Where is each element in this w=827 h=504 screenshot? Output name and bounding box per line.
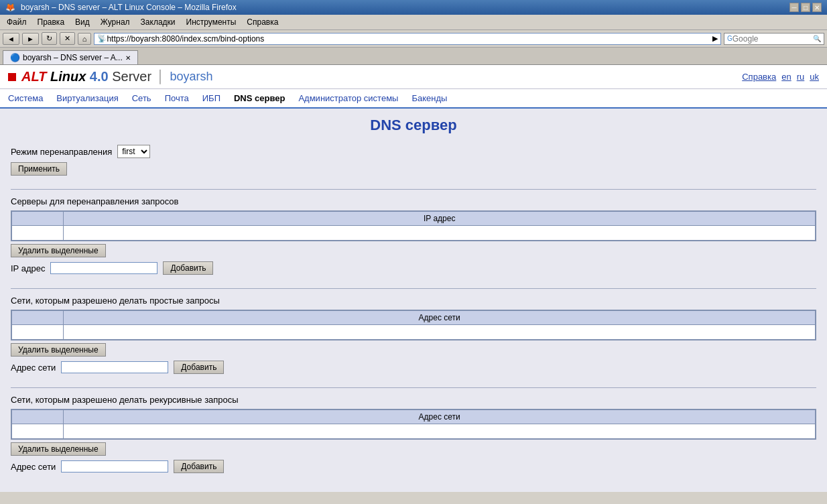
- logo-version: 4.0: [90, 69, 109, 84]
- section3-delete-button[interactable]: Удалить выделенные: [11, 442, 106, 456]
- home-button[interactable]: ⌂: [78, 33, 92, 45]
- section3-title: Сети, которым разрешено делать рекурсивн…: [11, 395, 816, 405]
- section2-title: Сети, которым разрешено делать простые з…: [11, 296, 816, 306]
- section1-data-cell: [64, 226, 816, 241]
- browser-titlebar: 🦊 boyarsh – DNS server – ALT Linux Conso…: [0, 0, 827, 15]
- menu-tools[interactable]: Инструменты: [182, 16, 241, 28]
- section1-header-row: IP адрес: [12, 212, 816, 226]
- menu-history[interactable]: Журнал: [97, 16, 134, 28]
- section1-add-button[interactable]: Добавить: [163, 261, 213, 275]
- search-submit-icon[interactable]: 🔍: [813, 35, 821, 42]
- menu-view[interactable]: Вид: [71, 16, 94, 28]
- address-bar[interactable]: 📡 ▶: [94, 33, 721, 45]
- section3-table: Адрес сети: [11, 410, 816, 439]
- section3-network-input[interactable]: [61, 460, 168, 472]
- section3-data-cell: [64, 424, 816, 439]
- active-tab[interactable]: 🔵 boyarsh – DNS server – A... ✕: [3, 50, 138, 64]
- menu-edit[interactable]: Правка: [34, 16, 69, 28]
- tab-label: boyarsh – DNS server – A...: [23, 53, 123, 62]
- forwarding-mode-select[interactable]: first only: [117, 145, 150, 158]
- nav-pochta[interactable]: Почта: [165, 92, 189, 105]
- section1-delete-button[interactable]: Удалить выделенные: [11, 244, 106, 257]
- logo-icon: [8, 73, 16, 81]
- nav-backends[interactable]: Бакенды: [411, 92, 447, 105]
- section3-network-header: Адрес сети: [64, 410, 816, 424]
- stop-button[interactable]: ✕: [60, 32, 75, 45]
- page-wrapper: ALT Linux 4.0 Server │ boyarsh Справка e…: [0, 65, 827, 492]
- section2-add-button[interactable]: Добавить: [174, 361, 224, 374]
- browser-toolbar: ◄ ► ↻ ✕ ⌂ 📡 ▶ G 🔍: [0, 30, 827, 48]
- close-btn[interactable]: ✕: [812, 3, 822, 12]
- nav-virtualizatsiya[interactable]: Виртуализация: [56, 92, 118, 105]
- section1-ip-input[interactable]: [50, 262, 157, 274]
- rss-icon: 📡: [97, 34, 107, 43]
- search-input[interactable]: [733, 34, 813, 44]
- section3-add-label: Адрес сети: [11, 462, 56, 472]
- section2-add-label: Адрес сети: [11, 363, 56, 373]
- section2-add-row: Адрес сети Добавить: [11, 361, 816, 374]
- page-title: DNS сервер: [0, 109, 827, 139]
- forwarding-mode-section: Режим перенаправления first only Примени…: [11, 145, 816, 176]
- section2-checkbox-header: [12, 311, 64, 325]
- section1-add-label: IP адрес: [11, 263, 45, 273]
- section2-network-header: Адрес сети: [64, 311, 816, 325]
- minimize-btn[interactable]: ─: [789, 3, 799, 12]
- section3-empty-row: [12, 424, 816, 439]
- reload-button[interactable]: ↻: [42, 32, 57, 45]
- nav-admin[interactable]: Администратор системы: [298, 92, 398, 105]
- maximize-btn[interactable]: □: [801, 3, 810, 12]
- section2-delete-button[interactable]: Удалить выделенные: [11, 343, 106, 357]
- nav-sistema[interactable]: Система: [8, 92, 43, 105]
- section2-network-input[interactable]: [61, 361, 168, 373]
- nav-menu: Система Виртуализация Сеть Почта ИБП DNS…: [0, 89, 827, 109]
- section2-empty-row: [12, 325, 816, 340]
- lang-en[interactable]: en: [781, 72, 791, 82]
- menu-bookmarks[interactable]: Закладки: [137, 16, 180, 28]
- divider-1: [11, 189, 816, 190]
- apply-button[interactable]: Применить: [11, 162, 67, 176]
- content-area: Режим перенаправления first only Примени…: [0, 139, 827, 492]
- apply-row: Применить: [11, 162, 816, 176]
- lang-ru[interactable]: ru: [797, 72, 805, 82]
- section1-delete-row: Удалить выделенные: [11, 244, 816, 257]
- go-icon[interactable]: ▶: [712, 34, 718, 43]
- forwarding-servers-section: Серверы для перенаправления запросов IP …: [11, 196, 816, 275]
- browser-tabs: 🔵 boyarsh – DNS server – A... ✕: [0, 48, 827, 65]
- section3-add-button[interactable]: Добавить: [174, 460, 224, 473]
- nav-dns-server[interactable]: DNS сервер: [234, 92, 285, 105]
- tab-favicon: 🔵: [10, 53, 20, 62]
- app-header: ALT Linux 4.0 Server │ boyarsh Справка e…: [0, 65, 827, 89]
- logo-product: Server: [112, 69, 151, 84]
- url-input[interactable]: [107, 34, 712, 44]
- nav-ibp[interactable]: ИБП: [202, 92, 220, 105]
- menu-help[interactable]: Справка: [243, 16, 282, 28]
- browser-title: boyarsh – DNS server – ALT Linux Console…: [21, 3, 237, 12]
- back-button[interactable]: ◄: [3, 33, 19, 45]
- section3-checkbox-cell: [12, 424, 64, 439]
- section3-header-row: Адрес сети: [12, 410, 816, 424]
- window-controls: ─ □ ✕: [789, 3, 822, 12]
- справка-link[interactable]: Справка: [742, 72, 776, 82]
- google-icon: G: [727, 35, 733, 42]
- tab-close-button[interactable]: ✕: [125, 54, 131, 62]
- nav-set[interactable]: Сеть: [132, 92, 151, 105]
- section2-table-wrapper: Адрес сети: [11, 310, 816, 340]
- lang-uk[interactable]: uk: [810, 72, 819, 82]
- section1-add-row: IP адрес Добавить: [11, 261, 816, 275]
- section1-ip-header: IP адрес: [64, 212, 816, 226]
- section1-checkbox-header: [12, 212, 64, 226]
- forwarding-mode-label: Режим перенаправления: [11, 147, 112, 157]
- divider-3: [11, 387, 816, 388]
- section2-checkbox-cell: [12, 325, 64, 340]
- section1-table: IP адрес: [11, 211, 816, 241]
- browser-menubar: Файл Правка Вид Журнал Закладки Инструме…: [0, 15, 827, 30]
- section1-title: Серверы для перенаправления запросов: [11, 196, 816, 206]
- logo-separator: │: [157, 70, 164, 84]
- search-bar[interactable]: G 🔍: [724, 33, 824, 45]
- section1-checkbox-cell: [12, 226, 64, 241]
- logo-text: ALT Linux 4.0 Server: [21, 69, 151, 84]
- section1-table-wrapper: IP адрес: [11, 210, 816, 241]
- menu-file[interactable]: Файл: [3, 16, 31, 28]
- forward-button[interactable]: ►: [22, 33, 39, 45]
- logo-linux: Linux: [50, 69, 90, 84]
